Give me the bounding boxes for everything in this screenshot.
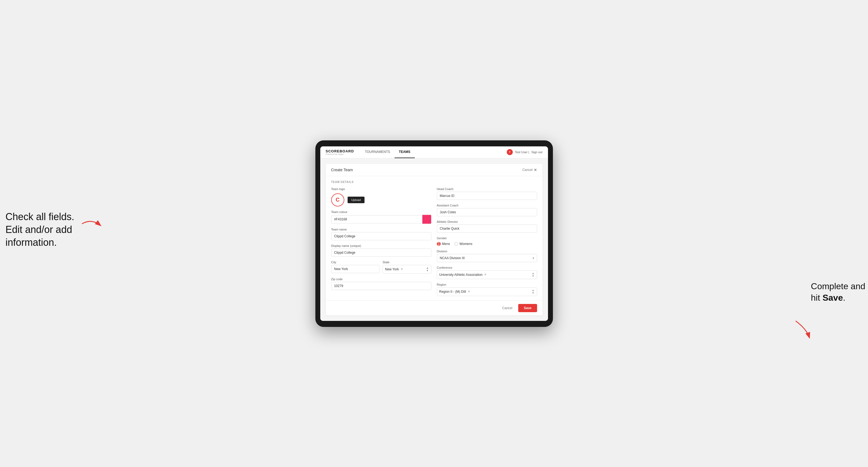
- close-button[interactable]: Cancel ✕: [522, 168, 537, 172]
- display-name-group: Display name (unique): [331, 244, 431, 257]
- division-label: Division: [437, 250, 537, 253]
- conference-value: University Athletic Association: [439, 273, 483, 277]
- state-clear-icon[interactable]: ✕: [401, 268, 403, 271]
- display-name-input[interactable]: [331, 249, 431, 257]
- form-grid: Team logo C Upload Team colour: [331, 187, 537, 296]
- state-group: State New York ✕ ▲▼: [382, 260, 431, 274]
- right-arrow: [793, 318, 815, 341]
- city-input[interactable]: [331, 265, 380, 273]
- gender-womens-label: Womens: [460, 242, 472, 246]
- gender-womens-option[interactable]: Womens: [454, 242, 472, 246]
- left-column: Team logo C Upload Team colour: [331, 187, 431, 296]
- display-name-label: Display name (unique): [331, 244, 431, 247]
- athletic-director-label: Athletic Director: [437, 220, 537, 223]
- logo-text: SCOREBOARD: [326, 149, 354, 153]
- conference-clear-icon[interactable]: ✕: [484, 273, 487, 276]
- gender-womens-radio[interactable]: [454, 242, 458, 246]
- right-annotation: Complete andhit Save.: [811, 281, 865, 303]
- region-clear-icon[interactable]: ✕: [468, 290, 470, 293]
- tablet-frame: SCOREBOARD Powered by clippd TOURNAMENTS…: [315, 141, 553, 327]
- left-arrow: [81, 217, 102, 231]
- team-logo-group: Team logo C Upload: [331, 187, 431, 207]
- region-value: Region II - (M) DIII: [439, 290, 466, 293]
- team-name-input[interactable]: [331, 232, 431, 240]
- state-label: State: [382, 260, 431, 264]
- zipcode-input[interactable]: [331, 282, 431, 290]
- head-coach-group: Head Coach: [437, 187, 537, 200]
- panel-header: Create Team Cancel ✕: [326, 164, 542, 176]
- city-state-group: City State New York ✕: [331, 260, 431, 274]
- logo-sub: Powered by clippd: [326, 153, 354, 155]
- conference-label: Conference: [437, 266, 537, 269]
- state-value: New York: [385, 268, 399, 271]
- zipcode-label: Zip code: [331, 277, 431, 281]
- asst-coach-input[interactable]: [437, 208, 537, 216]
- gender-mens-option[interactable]: Mens: [437, 242, 450, 246]
- user-text: Test User |: [515, 151, 529, 154]
- team-colour-group: Team colour: [331, 210, 431, 224]
- region-group: Region Region II - (M) DIII ✕ ▲▼: [437, 283, 537, 296]
- gender-label: Gender: [437, 237, 537, 240]
- annotation-line1: Check all fields.: [5, 211, 74, 222]
- nav-link-tournaments[interactable]: TOURNAMENTS: [361, 146, 394, 158]
- panel-footer: Cancel Save: [326, 301, 542, 315]
- asst-coach-label: Assistant Coach: [437, 204, 537, 207]
- conference-group: Conference University Athletic Associati…: [437, 266, 537, 279]
- division-select-wrapper: NCAA Division III ▼: [437, 254, 537, 262]
- state-select[interactable]: New York ✕ ▲▼: [382, 265, 431, 274]
- team-name-label: Team name: [331, 228, 431, 231]
- create-team-panel: Create Team Cancel ✕ TEAM DETAILS: [326, 164, 542, 315]
- user-avatar: T: [507, 149, 513, 155]
- head-coach-label: Head Coach: [437, 187, 537, 191]
- athletic-director-input[interactable]: [437, 224, 537, 233]
- team-logo-label: Team logo: [331, 187, 431, 191]
- conference-chevron-icon: ▲▼: [532, 272, 535, 277]
- gender-group: Gender Mens: [437, 237, 537, 246]
- city-state-row: City State New York ✕: [331, 260, 431, 274]
- panel-body: TEAM DETAILS Team logo C Upload: [326, 176, 542, 301]
- panel-title: Create Team: [331, 168, 353, 172]
- city-label: City: [331, 260, 380, 264]
- city-group: City: [331, 260, 380, 274]
- region-chevron-icon: ▲▼: [532, 289, 535, 294]
- region-label: Region: [437, 283, 537, 286]
- section-label: TEAM DETAILS: [331, 181, 537, 184]
- conference-select[interactable]: University Athletic Association ✕ ▲▼: [437, 270, 537, 279]
- color-input-row: [331, 215, 431, 224]
- nav-links: TOURNAMENTS TEAMS: [361, 146, 506, 158]
- team-name-group: Team name: [331, 228, 431, 240]
- tablet-screen: SCOREBOARD Powered by clippd TOURNAMENTS…: [320, 146, 548, 321]
- team-logo-area: C Upload: [331, 193, 431, 207]
- team-colour-label: Team colour: [331, 210, 431, 214]
- right-column: Head Coach Assistant Coach: [437, 187, 537, 296]
- gender-radio-group: Mens Womens: [437, 242, 537, 246]
- close-icon[interactable]: ✕: [534, 168, 537, 172]
- save-button[interactable]: Save: [518, 304, 537, 312]
- nav-right: T Test User | Sign out: [507, 149, 542, 155]
- division-select[interactable]: NCAA Division III: [437, 254, 537, 262]
- gender-mens-radio[interactable]: [437, 242, 441, 246]
- gender-mens-label: Mens: [442, 242, 450, 246]
- upload-button[interactable]: Upload: [348, 197, 365, 203]
- page-wrapper: Check all fields. Edit and/or add inform…: [0, 0, 868, 467]
- logo-circle: C: [331, 193, 344, 207]
- left-annotation: Check all fields. Edit and/or add inform…: [5, 211, 74, 249]
- color-swatch[interactable]: [422, 215, 431, 224]
- state-chevron-icon: ▲▼: [426, 267, 429, 272]
- signout-link[interactable]: Sign out: [531, 151, 542, 154]
- athletic-director-group: Athletic Director: [437, 220, 537, 233]
- zipcode-group: Zip code: [331, 277, 431, 290]
- head-coach-input[interactable]: [437, 192, 537, 200]
- region-select[interactable]: Region II - (M) DIII ✕ ▲▼: [437, 287, 537, 296]
- logo-area: SCOREBOARD Powered by clippd: [326, 149, 354, 155]
- team-colour-input[interactable]: [331, 215, 422, 223]
- save-word: Save: [823, 293, 843, 303]
- main-content: Create Team Cancel ✕ TEAM DETAILS: [320, 158, 548, 321]
- cancel-button[interactable]: Cancel: [499, 304, 516, 312]
- division-group: Division NCAA Division III ▼: [437, 250, 537, 262]
- asst-coach-group: Assistant Coach: [437, 204, 537, 216]
- annotation-line2: Edit and/or add: [5, 224, 72, 235]
- nav-link-teams[interactable]: TEAMS: [395, 146, 415, 158]
- annotation-line3: information.: [5, 237, 57, 248]
- navbar: SCOREBOARD Powered by clippd TOURNAMENTS…: [320, 146, 548, 158]
